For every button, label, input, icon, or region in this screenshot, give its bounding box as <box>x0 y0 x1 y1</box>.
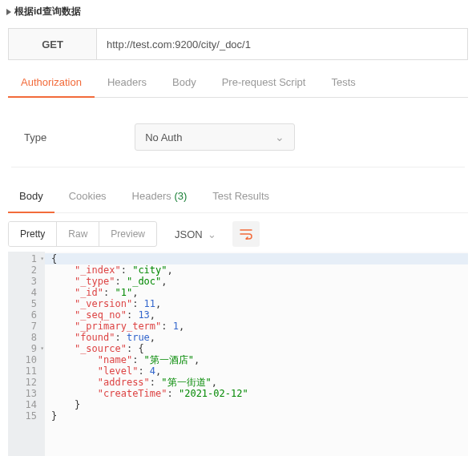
response-body: 123456789101112131415 { "_index": "city"… <box>8 252 468 456</box>
tab-authorization[interactable]: Authorization <box>8 68 95 98</box>
view-raw-button[interactable]: Raw <box>57 222 99 246</box>
panel-title: 根据id查询数据 <box>14 5 81 18</box>
resp-tab-headers-count: (3) <box>174 190 187 202</box>
view-mode-group: Pretty Raw Preview <box>8 221 157 247</box>
resp-tab-headers[interactable]: Headers (3) <box>121 180 199 212</box>
resp-tab-cookies[interactable]: Cookies <box>58 180 118 212</box>
auth-type-label: Type <box>24 131 46 143</box>
collapse-triangle-icon <box>6 9 11 15</box>
line-gutter: 123456789101112131415 <box>8 252 45 456</box>
code-view[interactable]: { "_index": "city", "_type": "_doc", "_i… <box>45 252 468 456</box>
panel-header[interactable]: 根据id查询数据 <box>0 0 476 23</box>
wrap-lines-button[interactable] <box>232 221 260 247</box>
resp-tab-headers-label: Headers <box>132 190 171 202</box>
wrap-icon <box>240 228 252 240</box>
method-select[interactable]: GET <box>9 29 97 59</box>
request-tabs: Authorization Headers Body Pre-request S… <box>8 68 468 98</box>
resp-tab-test-results[interactable]: Test Results <box>201 180 280 212</box>
resp-tab-body[interactable]: Body <box>8 180 54 213</box>
format-label: JSON <box>175 228 203 240</box>
view-preview-button[interactable]: Preview <box>99 222 156 246</box>
url-input[interactable] <box>97 29 467 59</box>
chevron-down-icon: ⌄ <box>275 131 284 143</box>
auth-section: Type No Auth ⌄ <box>11 111 465 167</box>
format-select[interactable]: JSON ⌄ <box>165 222 226 247</box>
view-pretty-button[interactable]: Pretty <box>9 222 57 246</box>
response-tabs: Body Cookies Headers (3) Test Results <box>8 180 468 213</box>
auth-type-value: No Auth <box>145 131 182 143</box>
request-row: GET <box>8 28 468 60</box>
tab-body[interactable]: Body <box>159 68 209 97</box>
tab-tests[interactable]: Tests <box>318 68 368 97</box>
tab-pre-request[interactable]: Pre-request Script <box>209 68 319 97</box>
method-label: GET <box>42 38 63 50</box>
chevron-down-icon: ⌄ <box>208 228 216 240</box>
view-controls: Pretty Raw Preview JSON ⌄ <box>8 221 468 247</box>
auth-type-select[interactable]: No Auth ⌄ <box>135 123 295 151</box>
tab-headers[interactable]: Headers <box>95 68 159 97</box>
